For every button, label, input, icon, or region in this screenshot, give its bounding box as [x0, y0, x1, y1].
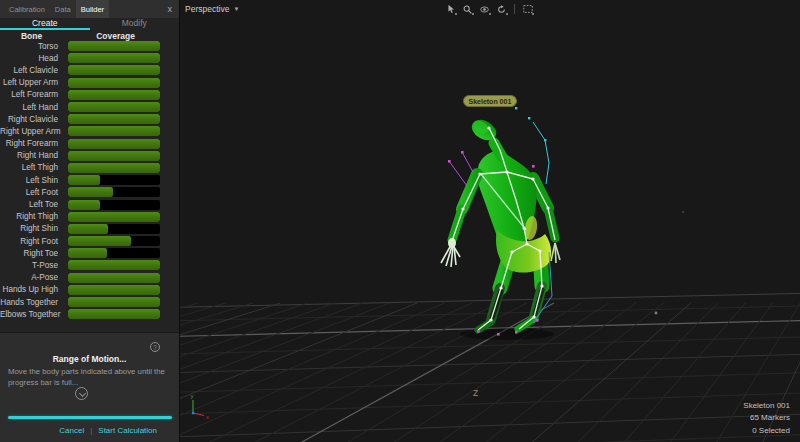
bone-label: Right Thigh: [0, 212, 63, 221]
bone-label: Elbows Together: [0, 310, 63, 319]
range-of-motion-panel: ? Range of Motion... Move the body parts…: [0, 332, 179, 442]
coverage-bar-fill: [68, 285, 160, 295]
bone-label: Torso: [0, 42, 63, 51]
marker-dot[interactable]: [655, 312, 658, 315]
bone-row: Left Thigh: [0, 162, 179, 174]
coverage-bar-track: [68, 65, 160, 75]
builder-subtabs: Create Modify: [0, 18, 179, 30]
bone-row: T-Pose: [0, 259, 179, 271]
viewport-status: Skeleton 001 65 Markers 0 Selected: [743, 400, 790, 437]
rect-select-tool-icon[interactable]: [521, 3, 534, 16]
bone-row: Right Foot: [0, 235, 179, 247]
chevron-down-icon: ▼: [233, 6, 239, 12]
builder-panel: Calibration Data Builder x Create Modify…: [0, 0, 180, 442]
coverage-bar-track: [68, 41, 160, 51]
coverage-bar-fill: [68, 102, 160, 112]
coverage-bar-track: [68, 151, 160, 161]
bone-row: Right Shin: [0, 223, 179, 235]
bone-label: Left Foot: [0, 188, 63, 197]
scroll-down-icon[interactable]: [75, 387, 88, 400]
tab-data[interactable]: Data: [50, 0, 76, 18]
status-selected-count: 0 Selected: [743, 425, 790, 437]
coverage-bar-track: [68, 297, 160, 307]
bone-label: Left Hand: [0, 103, 63, 112]
coverage-bar-fill: [68, 236, 131, 246]
coverage-bar-fill: [68, 126, 160, 136]
tab-builder[interactable]: Builder: [76, 0, 109, 18]
bone-row: Right Upper Arm: [0, 125, 179, 137]
coverage-bar-fill: [68, 297, 160, 307]
bone-row: A-Pose: [0, 272, 179, 284]
coverage-bar-fill: [68, 187, 113, 197]
coverage-bar-fill: [68, 65, 160, 75]
panel-buttons: Cancel | Start Calculation: [0, 426, 179, 435]
coverage-bar-track: [68, 273, 160, 283]
pan-tool-icon[interactable]: [478, 3, 491, 16]
marker-dot[interactable]: [682, 211, 684, 213]
bone-row: Left Clavicle: [0, 64, 179, 76]
axis-z-label: Z: [473, 388, 478, 398]
coverage-bar-track: [68, 285, 160, 295]
coverage-bar-fill: [68, 224, 108, 234]
skeleton-figure[interactable]: [441, 107, 560, 340]
bone-label: Left Thigh: [0, 163, 63, 172]
bone-label: Left Shin: [0, 176, 63, 185]
bone-label: Right Shin: [0, 224, 63, 233]
bone-label: Head: [0, 54, 63, 63]
coverage-bar-fill: [68, 248, 107, 258]
bone-label: Right Forearm: [0, 139, 63, 148]
start-calculation-button[interactable]: Start Calculation: [92, 426, 163, 435]
tab-calibration[interactable]: Calibration: [4, 0, 50, 18]
column-header-coverage: Coverage: [63, 31, 168, 40]
coverage-bar-fill: [68, 163, 160, 173]
cancel-button[interactable]: Cancel: [53, 426, 90, 435]
coverage-bar-track: [68, 309, 160, 319]
camera-view-dropdown[interactable]: Perspective ▼: [180, 4, 239, 14]
coverage-bar-track: [68, 53, 160, 63]
help-icon[interactable]: ?: [150, 342, 160, 352]
scene-canvas[interactable]: y x Z: [180, 18, 800, 442]
calibration-progress-bar: [8, 416, 172, 419]
viewport-toolbar: Perspective ▼: [180, 0, 800, 18]
motive-app: Calibration Data Builder x Create Modify…: [0, 0, 800, 442]
subtab-create[interactable]: Create: [0, 18, 90, 30]
bone-label: Right Hand: [0, 151, 63, 160]
close-icon[interactable]: x: [161, 0, 180, 18]
bone-row: Right Clavicle: [0, 113, 179, 125]
column-headers: Bone Coverage: [0, 31, 179, 40]
coverage-bar-fill: [68, 175, 100, 185]
viewport-3d[interactable]: y x Z: [180, 0, 800, 442]
coverage-bar-fill: [68, 78, 160, 88]
coverage-bar-track: [68, 102, 160, 112]
bone-label: Hands Up High: [0, 285, 63, 294]
bone-row: Elbows Together: [0, 308, 179, 320]
bone-row: Left Toe: [0, 198, 179, 210]
bone-row: Hands Up High: [0, 284, 179, 296]
coverage-bar-track: [68, 187, 160, 197]
coverage-bar-fill: [68, 114, 160, 124]
column-header-bone: Bone: [0, 31, 63, 40]
select-tool-icon[interactable]: [444, 3, 457, 16]
coverage-bar-track: [68, 90, 160, 100]
panel-tab-strip: Calibration Data Builder x: [0, 0, 179, 18]
bone-label: Right Foot: [0, 237, 63, 246]
bone-row: Head: [0, 52, 179, 64]
coverage-bar-track: [68, 236, 160, 246]
bone-row: Right Forearm: [0, 138, 179, 150]
skeleton-name-badge[interactable]: Skeleton 001: [463, 95, 517, 107]
subtab-modify[interactable]: Modify: [90, 18, 180, 30]
bone-label: Left Toe: [0, 200, 63, 209]
orbit-tool-icon[interactable]: [495, 3, 508, 16]
rom-title: Range of Motion...: [0, 354, 179, 364]
coverage-bar-track: [68, 114, 160, 124]
coverage-bar-track: [68, 248, 160, 258]
coverage-bar-track: [68, 126, 160, 136]
zoom-tool-icon[interactable]: [461, 3, 474, 16]
viewport-tools: [444, 0, 534, 18]
coverage-bar-fill: [68, 200, 100, 210]
coverage-bar-fill: [68, 260, 160, 270]
axis-x-label: x: [206, 414, 209, 420]
coverage-bar-track: [68, 163, 160, 173]
toolbar-separator: [514, 4, 515, 14]
axis-gizmo: y x: [191, 393, 210, 420]
